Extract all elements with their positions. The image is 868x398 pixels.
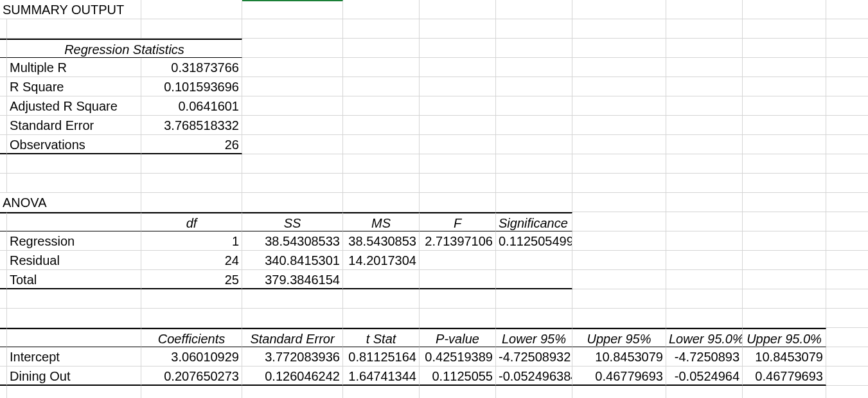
grid-cell	[826, 154, 868, 174]
anova-value: 24	[141, 251, 242, 270]
grid-cell	[826, 19, 868, 39]
grid-cell	[343, 19, 420, 39]
grid-cell	[141, 0, 242, 19]
grid-cell	[141, 386, 242, 398]
grid-cell	[343, 309, 420, 328]
grid-cell	[496, 0, 572, 19]
anova-value: 340.8415301	[242, 251, 343, 270]
grid-cell	[826, 174, 868, 193]
coef-value: 3.772083936	[242, 347, 343, 366]
grid-cell	[572, 0, 666, 19]
grid-cell	[572, 58, 666, 77]
grid-cell	[496, 19, 572, 39]
anova-col: MS	[343, 212, 420, 231]
anova-value: 25	[141, 270, 242, 289]
coef-row-label: Intercept	[7, 347, 141, 366]
grid-cell	[420, 193, 496, 212]
grid-cell	[7, 154, 141, 174]
grid-cell	[743, 289, 826, 309]
anova-value: 0.112505499	[496, 231, 572, 251]
grid-cell	[7, 289, 141, 309]
grid-cell	[572, 77, 666, 96]
coef-value: 10.8453079	[743, 347, 826, 366]
grid-cell	[743, 212, 826, 231]
anova-value	[420, 270, 496, 289]
coef-col: t Stat	[343, 328, 420, 347]
grid-cell	[496, 289, 572, 309]
grid-cell	[496, 58, 572, 77]
regstats-value: 26	[141, 135, 242, 154]
grid-cell	[343, 39, 420, 58]
anova-value: 1	[141, 231, 242, 251]
coef-col: Coefficients	[141, 328, 242, 347]
active-cell	[242, 0, 343, 19]
grid-cell	[0, 289, 7, 309]
grid-cell	[826, 251, 868, 270]
grid-cell	[343, 386, 420, 398]
grid-cell	[242, 96, 343, 116]
grid-cell	[743, 39, 826, 58]
grid-cell	[743, 386, 826, 398]
grid-cell	[0, 19, 7, 39]
grid-cell	[496, 174, 572, 193]
grid-cell	[343, 289, 420, 309]
anova-value: 38.54308533	[242, 231, 343, 251]
grid-cell	[420, 154, 496, 174]
grid-cell	[0, 386, 7, 398]
anova-row-label: Regression	[7, 231, 141, 251]
grid-cell	[141, 309, 242, 328]
grid-cell	[242, 58, 343, 77]
regstats-value: 0.101593696	[141, 77, 242, 96]
coef-row-label: Dining Out	[7, 366, 141, 386]
grid-cell	[826, 386, 868, 398]
anova-value	[496, 251, 572, 270]
anova-header: ANOVA	[0, 193, 141, 212]
grid-cell	[496, 135, 572, 154]
anova-col: Significance F	[496, 212, 572, 231]
regstats-label: Observations	[7, 135, 141, 154]
grid-cell	[572, 309, 666, 328]
grid-cell	[572, 154, 666, 174]
grid-cell	[420, 289, 496, 309]
anova-col: F	[420, 212, 496, 231]
grid-cell	[496, 96, 572, 116]
coef-value: -4.72508932	[496, 347, 572, 366]
grid-cell	[743, 77, 826, 96]
grid-cell	[242, 289, 343, 309]
coef-value: 0.126046242	[242, 366, 343, 386]
grid-cell	[572, 251, 666, 270]
grid-cell	[666, 231, 743, 251]
regstats-label: Multiple R	[7, 58, 141, 77]
grid-cell	[743, 270, 826, 289]
grid-cell	[7, 174, 141, 193]
grid-cell	[242, 309, 343, 328]
grid-cell	[666, 39, 743, 58]
grid-cell	[572, 96, 666, 116]
grid-cell	[572, 174, 666, 193]
grid-cell	[343, 154, 420, 174]
grid-cell	[743, 58, 826, 77]
coef-value: 0.46779693	[743, 366, 826, 386]
grid-cell	[572, 270, 666, 289]
grid-cell	[420, 39, 496, 58]
grid-cell	[666, 193, 743, 212]
grid-cell	[826, 347, 868, 366]
summary-title: SUMMARY OUTPUT	[0, 0, 141, 19]
grid-cell	[572, 289, 666, 309]
grid-cell	[242, 39, 343, 58]
coef-value: 1.64741344	[343, 366, 420, 386]
coef-col: Standard Error	[242, 328, 343, 347]
grid-cell	[572, 116, 666, 135]
grid-cell	[0, 309, 7, 328]
regstats-label: Adjusted R Square	[7, 96, 141, 116]
grid-cell	[496, 386, 572, 398]
grid-cell	[572, 19, 666, 39]
grid-cell	[343, 116, 420, 135]
grid-cell	[743, 174, 826, 193]
grid-cell	[826, 116, 868, 135]
grid-cell	[496, 116, 572, 135]
grid-cell	[826, 135, 868, 154]
grid-cell	[572, 135, 666, 154]
coef-value: -0.052496384	[496, 366, 572, 386]
grid-cell	[826, 270, 868, 289]
